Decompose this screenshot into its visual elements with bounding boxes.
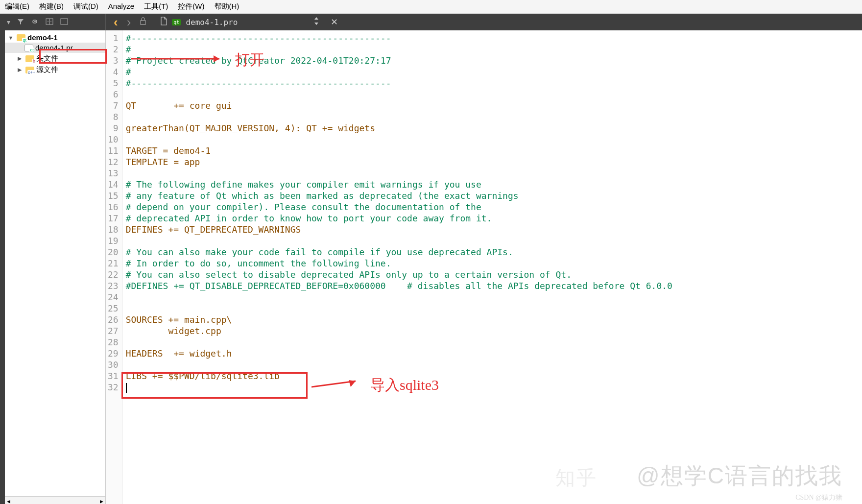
project-folder-icon: qt	[17, 34, 25, 41]
watermark-csdn: CSDN @猿力猪	[795, 493, 842, 502]
folder-icon: c++	[25, 67, 34, 73]
annotation-box-libs	[121, 372, 308, 399]
menu-tools[interactable]: 工具(T)	[144, 2, 168, 11]
code-editor[interactable]: 1234567891011121314151617181920212223242…	[106, 30, 862, 504]
editor-tab[interactable]: qt demo4-1.pro	[154, 17, 243, 27]
tab-close-icon[interactable]: ✕	[331, 17, 338, 28]
left-sidebar	[0, 30, 5, 504]
annotation-open-label: 打开	[235, 50, 264, 70]
nav-back-icon[interactable]: ‹	[114, 15, 118, 30]
qt-badge-icon: qt	[172, 19, 181, 25]
tab-filename: demo4-1.pro	[186, 18, 238, 27]
annotation-box-profile	[39, 49, 107, 64]
nav-forward-icon[interactable]: ›	[127, 15, 131, 30]
link-icon[interactable]	[31, 18, 39, 26]
funnel-icon[interactable]	[17, 18, 24, 26]
menubar: 编辑(E) 构建(B) 调试(D) Analyze 工具(T) 控件(W) 帮助…	[0, 0, 862, 14]
tree-root[interactable]: ▼ qt demo4-1	[5, 32, 105, 43]
project-tree-pane: ▼ qt demo4-1 qt demo4-1.pr ▶ h 头文件 ▶ c++…	[5, 30, 106, 504]
tree-scrollbar[interactable]: ◂ ▸	[5, 496, 105, 504]
menu-help[interactable]: 帮助(H)	[215, 2, 239, 11]
annotation-import-label: 导入sqlite3	[370, 375, 439, 395]
menu-widgets[interactable]: 控件(W)	[178, 2, 204, 11]
scroll-left-icon[interactable]: ◂	[7, 497, 10, 504]
fullscreen-icon[interactable]	[60, 18, 68, 26]
file-icon	[160, 17, 167, 27]
qt-file-icon: qt	[24, 45, 33, 51]
collapse-arrow-icon[interactable]: ▶	[16, 67, 24, 73]
watermark-main: @想学C语言的找我	[637, 461, 842, 491]
expand-arrow-icon[interactable]: ▼	[7, 35, 15, 41]
tree-sources[interactable]: ▶ c++ 源文件	[5, 64, 105, 75]
menu-build[interactable]: 构建(B)	[39, 2, 64, 11]
line-number-gutter: 1234567891011121314151617181920212223242…	[106, 30, 123, 504]
scroll-right-icon[interactable]: ▸	[100, 497, 103, 504]
svg-rect-4	[61, 19, 68, 24]
dropdown-icon[interactable]: ▾	[7, 18, 10, 26]
lock-icon[interactable]	[140, 17, 146, 27]
project-tree[interactable]: ▼ qt demo4-1 qt demo4-1.pr ▶ h 头文件 ▶ c++…	[5, 30, 105, 496]
split-column-icon[interactable]	[46, 18, 53, 26]
folder-icon: h	[25, 55, 34, 62]
toolbar: ▾ ‹ › qt demo4-1.pro ✕	[0, 14, 862, 30]
code-content[interactable]: #---------------------------------------…	[123, 30, 862, 504]
collapse-arrow-icon[interactable]: ▶	[16, 55, 24, 62]
tree-sources-label: 源文件	[36, 65, 58, 74]
menu-debug[interactable]: 调试(D)	[73, 2, 98, 11]
tree-root-label: demo4-1	[27, 33, 58, 42]
menu-analyze[interactable]: Analyze	[108, 2, 134, 11]
menu-edit[interactable]: 编辑(E)	[5, 2, 29, 11]
watermark-zhihu: 知乎	[555, 464, 598, 491]
tab-split-icon[interactable]	[313, 17, 320, 28]
